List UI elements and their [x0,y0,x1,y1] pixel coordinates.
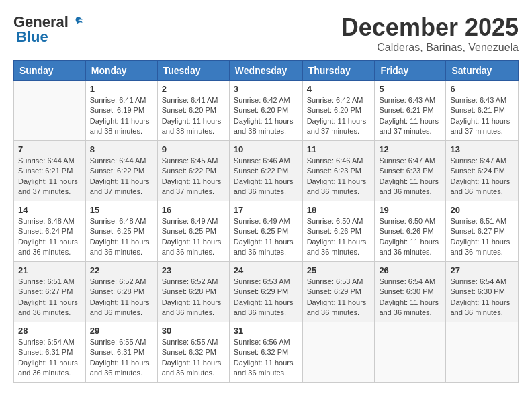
day-number: 13 [450,144,514,154]
day-number: 18 [307,205,371,215]
day-number: 26 [379,265,441,275]
day-number: 7 [18,144,81,154]
calendar-day-cell: 23Sunrise: 6:52 AMSunset: 6:28 PMDayligh… [157,262,229,322]
day-number: 3 [234,84,298,94]
calendar-day-cell: 24Sunrise: 6:53 AMSunset: 6:29 PMDayligh… [229,262,302,322]
day-info: Sunrise: 6:52 AMSunset: 6:28 PMDaylight:… [90,277,153,318]
day-number: 8 [90,144,153,154]
day-number: 12 [379,144,441,154]
calendar-day-cell: 27Sunrise: 6:54 AMSunset: 6:30 PMDayligh… [446,262,519,322]
day-info: Sunrise: 6:55 AMSunset: 6:31 PMDaylight:… [90,337,153,379]
calendar-week-row: 7Sunrise: 6:44 AMSunset: 6:21 PMDaylight… [14,141,519,201]
day-info: Sunrise: 6:54 AMSunset: 6:30 PMDaylight:… [450,277,514,318]
logo-blue-text: Blue [16,28,48,46]
calendar-day-cell: 10Sunrise: 6:46 AMSunset: 6:22 PMDayligh… [229,141,302,201]
logo-bird-icon [70,15,83,29]
day-info: Sunrise: 6:54 AMSunset: 6:30 PMDaylight:… [379,277,441,318]
day-info: Sunrise: 6:47 AMSunset: 6:24 PMDaylight:… [450,156,514,197]
day-number: 19 [379,205,441,215]
calendar-day-cell [446,322,519,383]
day-info: Sunrise: 6:42 AMSunset: 6:20 PMDaylight:… [307,95,371,137]
calendar-week-row: 1Sunrise: 6:41 AMSunset: 6:19 PMDaylight… [14,81,519,141]
day-number: 4 [307,84,371,94]
day-info: Sunrise: 6:56 AMSunset: 6:32 PMDaylight:… [234,337,298,379]
calendar-day-cell [375,322,446,383]
day-number: 27 [450,265,514,275]
calendar-day-cell: 3Sunrise: 6:42 AMSunset: 6:20 PMDaylight… [229,81,302,141]
calendar-day-cell: 13Sunrise: 6:47 AMSunset: 6:24 PMDayligh… [446,141,519,201]
day-info: Sunrise: 6:43 AMSunset: 6:21 PMDaylight:… [379,95,441,137]
day-info: Sunrise: 6:49 AMSunset: 6:25 PMDaylight:… [234,216,298,258]
day-number: 17 [234,205,298,215]
calendar-day-cell: 20Sunrise: 6:51 AMSunset: 6:27 PMDayligh… [446,201,519,262]
day-number: 20 [450,205,514,215]
day-header-monday: Monday [85,61,157,81]
day-number: 30 [162,326,225,336]
calendar-day-cell: 1Sunrise: 6:41 AMSunset: 6:19 PMDaylight… [85,81,157,141]
day-number: 11 [307,144,371,154]
calendar-header-row: SundayMondayTuesdayWednesdayThursdayFrid… [14,61,519,81]
day-info: Sunrise: 6:47 AMSunset: 6:23 PMDaylight:… [379,156,441,197]
calendar-day-cell [302,322,375,383]
day-number: 5 [379,84,441,94]
day-info: Sunrise: 6:46 AMSunset: 6:23 PMDaylight:… [307,156,371,197]
day-header-wednesday: Wednesday [229,61,302,81]
day-header-sunday: Sunday [14,61,86,81]
day-info: Sunrise: 6:49 AMSunset: 6:25 PMDaylight:… [162,216,225,258]
day-info: Sunrise: 6:54 AMSunset: 6:31 PMDaylight:… [18,337,81,379]
day-number: 24 [234,265,298,275]
calendar-day-cell: 15Sunrise: 6:48 AMSunset: 6:25 PMDayligh… [85,201,157,262]
calendar-day-cell: 7Sunrise: 6:44 AMSunset: 6:21 PMDaylight… [14,141,86,201]
day-number: 22 [90,265,153,275]
day-info: Sunrise: 6:51 AMSunset: 6:27 PMDaylight:… [18,277,81,318]
logo: General Blue [13,13,83,46]
day-info: Sunrise: 6:53 AMSunset: 6:29 PMDaylight:… [234,277,298,318]
day-info: Sunrise: 6:41 AMSunset: 6:20 PMDaylight:… [162,95,225,137]
day-header-thursday: Thursday [302,61,375,81]
calendar-day-cell: 17Sunrise: 6:49 AMSunset: 6:25 PMDayligh… [229,201,302,262]
calendar-day-cell: 16Sunrise: 6:49 AMSunset: 6:25 PMDayligh… [157,201,229,262]
day-info: Sunrise: 6:50 AMSunset: 6:26 PMDaylight:… [307,216,371,258]
day-info: Sunrise: 6:51 AMSunset: 6:27 PMDaylight:… [450,216,514,258]
day-info: Sunrise: 6:41 AMSunset: 6:19 PMDaylight:… [90,95,153,137]
calendar-day-cell [14,81,86,141]
day-info: Sunrise: 6:52 AMSunset: 6:28 PMDaylight:… [162,277,225,318]
day-number: 14 [18,205,81,215]
day-info: Sunrise: 6:45 AMSunset: 6:22 PMDaylight:… [162,156,225,197]
calendar-day-cell: 19Sunrise: 6:50 AMSunset: 6:26 PMDayligh… [375,201,446,262]
day-info: Sunrise: 6:44 AMSunset: 6:21 PMDaylight:… [18,156,81,197]
calendar-day-cell: 25Sunrise: 6:53 AMSunset: 6:29 PMDayligh… [302,262,375,322]
month-title: December 2025 [341,13,519,42]
day-number: 1 [90,84,153,94]
calendar-day-cell: 22Sunrise: 6:52 AMSunset: 6:28 PMDayligh… [85,262,157,322]
day-header-saturday: Saturday [446,61,519,81]
day-info: Sunrise: 6:46 AMSunset: 6:22 PMDaylight:… [234,156,298,197]
day-header-tuesday: Tuesday [157,61,229,81]
calendar-week-row: 28Sunrise: 6:54 AMSunset: 6:31 PMDayligh… [14,322,519,383]
day-info: Sunrise: 6:42 AMSunset: 6:20 PMDaylight:… [234,95,298,137]
calendar-day-cell: 5Sunrise: 6:43 AMSunset: 6:21 PMDaylight… [375,81,446,141]
calendar-day-cell: 28Sunrise: 6:54 AMSunset: 6:31 PMDayligh… [14,322,86,383]
day-number: 31 [234,326,298,336]
location: Calderas, Barinas, Venezuela [341,42,519,54]
day-info: Sunrise: 6:43 AMSunset: 6:21 PMDaylight:… [450,95,514,137]
day-number: 25 [307,265,371,275]
day-number: 9 [162,144,225,154]
calendar-day-cell: 30Sunrise: 6:55 AMSunset: 6:32 PMDayligh… [157,322,229,383]
calendar-day-cell: 14Sunrise: 6:48 AMSunset: 6:24 PMDayligh… [14,201,86,262]
day-info: Sunrise: 6:48 AMSunset: 6:24 PMDaylight:… [18,216,81,258]
calendar-day-cell: 11Sunrise: 6:46 AMSunset: 6:23 PMDayligh… [302,141,375,201]
calendar-week-row: 21Sunrise: 6:51 AMSunset: 6:27 PMDayligh… [14,262,519,322]
day-info: Sunrise: 6:53 AMSunset: 6:29 PMDaylight:… [307,277,371,318]
day-header-friday: Friday [375,61,446,81]
day-info: Sunrise: 6:50 AMSunset: 6:26 PMDaylight:… [379,216,441,258]
day-number: 10 [234,144,298,154]
calendar-day-cell: 6Sunrise: 6:43 AMSunset: 6:21 PMDaylight… [446,81,519,141]
page-header: General Blue December 2025 Calderas, Bar… [13,13,519,54]
day-number: 28 [18,326,81,336]
day-number: 16 [162,205,225,215]
day-number: 29 [90,326,153,336]
calendar-day-cell: 31Sunrise: 6:56 AMSunset: 6:32 PMDayligh… [229,322,302,383]
calendar-day-cell: 2Sunrise: 6:41 AMSunset: 6:20 PMDaylight… [157,81,229,141]
calendar-week-row: 14Sunrise: 6:48 AMSunset: 6:24 PMDayligh… [14,201,519,262]
